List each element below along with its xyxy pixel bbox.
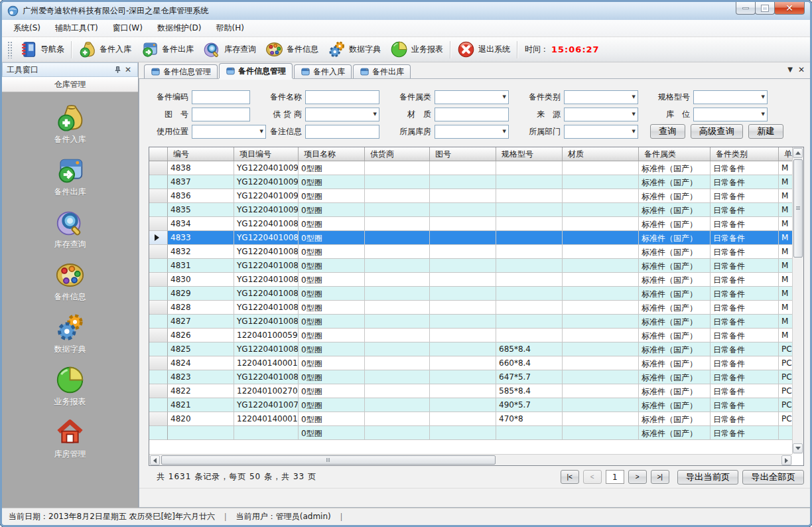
parts-name-input[interactable] — [305, 90, 379, 104]
row-selector[interactable] — [149, 426, 168, 440]
toolbar-parts-inbound-button[interactable]: 备件入库 — [74, 38, 136, 60]
menu-data-maintenance[interactable]: 数据维护(D) — [150, 21, 209, 36]
table-cell[interactable] — [496, 287, 563, 301]
table-row[interactable]: 4835YG122040100900型圈标准件（国产）日常备件M — [149, 203, 792, 217]
table-cell[interactable]: 标准件（国产） — [639, 301, 710, 315]
table-cell[interactable] — [563, 259, 639, 273]
table-cell[interactable] — [496, 203, 563, 217]
table-cell[interactable]: 0型圈 — [299, 273, 365, 287]
table-cell[interactable] — [365, 329, 430, 342]
table-cell[interactable]: 4838 — [168, 161, 234, 175]
table-cell[interactable]: PC — [779, 384, 792, 398]
table-cell[interactable] — [563, 384, 639, 398]
table-cell[interactable]: 660*8.4 — [496, 356, 563, 370]
export-all-pages-button[interactable]: 导出全部页 — [742, 470, 804, 485]
table-cell[interactable]: M — [779, 231, 792, 245]
title-bar[interactable]: 广州爱奇迪软件科技有限公司-深田之星仓库管理系统 ✕ — [2, 2, 810, 20]
parts-code-input[interactable] — [192, 90, 250, 104]
table-row[interactable]: 482412204014000120型圈660*8.4标准件（国产）日常备件PC — [149, 356, 792, 370]
row-selector[interactable] — [149, 231, 168, 245]
owning-department-select[interactable] — [564, 125, 638, 139]
table-cell[interactable]: 标准件（国产） — [639, 426, 710, 440]
toolbar-navigator-button[interactable]: 导航条 — [15, 38, 69, 60]
table-cell[interactable] — [563, 189, 639, 203]
table-row[interactable]: 4828YG122040100830型圈标准件（国产）日常备件M — [149, 301, 792, 315]
table-cell[interactable] — [430, 189, 496, 203]
table-cell[interactable]: 日常备件 — [710, 245, 779, 259]
row-selector[interactable] — [149, 398, 168, 412]
table-cell[interactable]: M — [779, 245, 792, 259]
table-row[interactable]: 4827YG122040100820型圈标准件（国产）日常备件M — [149, 315, 792, 329]
menu-aux-tools[interactable]: 辅助工具(T) — [48, 21, 105, 36]
menu-window[interactable]: 窗口(W) — [105, 21, 150, 36]
table-cell[interactable]: 日常备件 — [710, 231, 779, 245]
table-cell[interactable]: 标准件（国产） — [639, 203, 710, 217]
table-cell[interactable] — [365, 273, 430, 287]
table-cell[interactable]: 标准件（国产） — [639, 287, 710, 301]
table-cell[interactable]: YG12204010091 — [234, 189, 299, 203]
table-cell[interactable]: 0型圈 — [299, 203, 365, 217]
table-cell[interactable]: PC — [779, 412, 792, 426]
table-cell[interactable]: 4824 — [168, 356, 234, 370]
column-header[interactable]: 材质 — [563, 147, 639, 161]
sidebar-item-parts-inbound[interactable]: 备件入库 — [2, 103, 138, 145]
table-cell[interactable]: 日常备件 — [710, 273, 779, 287]
table-cell[interactable]: M — [779, 175, 792, 189]
row-selector[interactable] — [149, 370, 168, 384]
table-cell[interactable]: PC — [779, 398, 792, 412]
table-cell[interactable]: 日常备件 — [710, 398, 779, 412]
table-row[interactable]: 4833YG122040100880型圈标准件（国产）日常备件M — [149, 231, 792, 245]
table-cell[interactable]: M — [779, 217, 792, 231]
table-row[interactable]: 4825YG122040100810型圈685*8.4标准件（国产）日常备件PC — [149, 342, 792, 356]
table-cell[interactable]: 4835 — [168, 203, 234, 217]
row-selector[interactable] — [149, 189, 168, 203]
row-selector[interactable] — [149, 329, 168, 342]
table-cell[interactable] — [430, 426, 496, 440]
table-cell[interactable] — [365, 245, 430, 259]
table-row[interactable]: 4837YG122040100920型圈标准件（国产）日常备件M — [149, 175, 792, 189]
table-cell[interactable]: 日常备件 — [710, 370, 779, 384]
table-cell[interactable]: 0型圈 — [299, 301, 365, 315]
table-cell[interactable] — [430, 342, 496, 356]
table-cell[interactable] — [365, 217, 430, 231]
table-cell[interactable] — [430, 301, 496, 315]
table-cell[interactable]: 日常备件 — [710, 203, 779, 217]
table-cell[interactable]: PC — [779, 342, 792, 356]
table-cell[interactable] — [563, 245, 639, 259]
table-cell[interactable]: 标准件（国产） — [639, 231, 710, 245]
row-selector[interactable] — [149, 217, 168, 231]
scroll-right-icon[interactable] — [781, 455, 791, 465]
advanced-query-button[interactable]: 高级查询 — [691, 124, 743, 139]
table-cell[interactable] — [496, 259, 563, 273]
table-cell[interactable]: 日常备件 — [710, 412, 779, 426]
table-cell[interactable]: YG12204010081 — [234, 342, 299, 356]
table-cell[interactable]: 4827 — [168, 315, 234, 329]
table-cell[interactable]: YG12204010085 — [234, 273, 299, 287]
table-cell[interactable]: 日常备件 — [710, 329, 779, 342]
pin-button[interactable] — [112, 64, 123, 75]
parts-category-select[interactable] — [435, 90, 509, 104]
table-cell[interactable] — [365, 175, 430, 189]
row-selector[interactable] — [149, 203, 168, 217]
table-cell[interactable] — [563, 161, 639, 175]
table-cell[interactable]: PC — [779, 356, 792, 370]
table-cell[interactable]: 日常备件 — [710, 161, 779, 175]
table-cell[interactable] — [430, 356, 496, 370]
table-cell[interactable]: 标准件（国产） — [639, 356, 710, 370]
vertical-scroll-thumb[interactable] — [793, 159, 803, 258]
table-cell[interactable] — [365, 259, 430, 273]
row-selector[interactable] — [149, 287, 168, 301]
table-cell[interactable] — [496, 231, 563, 245]
material-input[interactable] — [435, 108, 509, 121]
table-cell[interactable]: M — [779, 329, 792, 342]
row-selector[interactable] — [149, 245, 168, 259]
table-cell[interactable]: 1220401002700 — [234, 384, 299, 398]
table-cell[interactable]: YG12204010088 — [234, 231, 299, 245]
table-cell[interactable]: 标准件（国产） — [639, 161, 710, 175]
drawing-no-input[interactable] — [192, 108, 250, 121]
table-cell[interactable] — [563, 315, 639, 329]
table-cell[interactable] — [496, 175, 563, 189]
table-cell[interactable] — [365, 426, 430, 440]
row-selector[interactable] — [149, 161, 168, 175]
menu-help[interactable]: 帮助(H) — [209, 21, 251, 36]
